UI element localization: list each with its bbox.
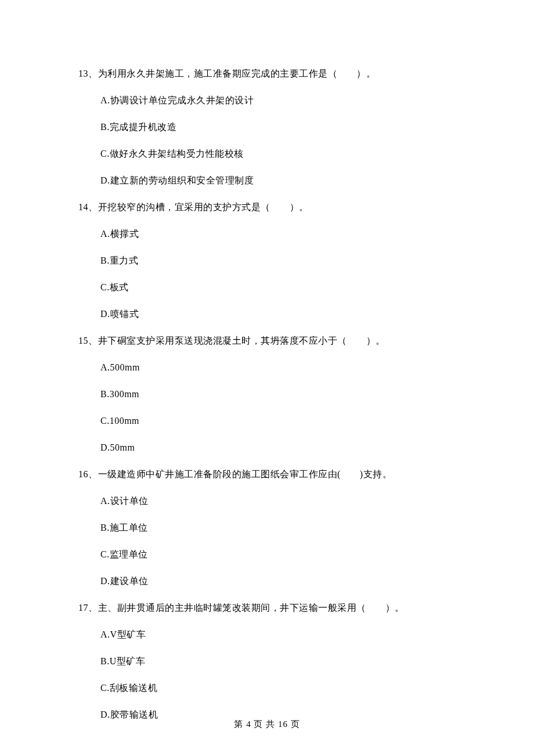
question-number: 16、 <box>78 469 98 479</box>
question-stem: 17、主、副井贯通后的主井临时罐笼改装期间，井下运输一般采用（ ）。 <box>78 601 456 615</box>
question-number: 15、 <box>78 336 98 345</box>
option-b: B.重力式 <box>100 254 456 268</box>
option-c: C.监理单位 <box>100 548 456 561</box>
option-c: C.板式 <box>100 280 456 294</box>
question-text: 一级建造师中矿井施工准备阶段的施工图纸会审工作应由( )支持。 <box>98 469 392 479</box>
option-d: D.喷锚式 <box>100 307 456 321</box>
options-list: A.V型矿车 B.U型矿车 C.刮板输送机 D.胶带输送机 <box>78 628 456 722</box>
option-c: C.刮板输送机 <box>100 681 456 695</box>
question-14: 14、开挖较窄的沟槽，宜采用的支护方式是（ ）。 A.横撑式 B.重力式 C.板… <box>78 200 456 321</box>
options-list: A.500mm B.300mm C.100mm D.50mm <box>78 361 456 455</box>
option-a: A.V型矿车 <box>100 628 456 642</box>
option-b: B.300mm <box>100 387 456 401</box>
question-stem: 15、井下硐室支护采用泵送现浇混凝土时，其坍落度不应小于（ ）。 <box>78 334 456 348</box>
question-text: 开挖较窄的沟槽，宜采用的支护方式是（ ）。 <box>98 202 309 212</box>
question-text: 为利用永久井架施工，施工准备期应完成的主要工作是（ ）。 <box>98 69 376 78</box>
question-13: 13、为利用永久井架施工，施工准备期应完成的主要工作是（ ）。 A.协调设计单位… <box>78 67 456 188</box>
option-c: C.做好永久井架结构受力性能校核 <box>100 147 456 161</box>
question-16: 16、一级建造师中矿井施工准备阶段的施工图纸会审工作应由( )支持。 A.设计单… <box>78 467 456 588</box>
page-content: 13、为利用永久井架施工，施工准备期应完成的主要工作是（ ）。 A.协调设计单位… <box>0 0 534 722</box>
option-a: A.协调设计单位完成永久井架的设计 <box>100 93 456 107</box>
option-a: A.横撑式 <box>100 227 456 241</box>
option-b: B.完成提升机改造 <box>100 120 456 134</box>
question-number: 17、 <box>78 603 98 613</box>
option-d: D.建立新的劳动组织和安全管理制度 <box>100 174 456 188</box>
question-text: 井下硐室支护采用泵送现浇混凝土时，其坍落度不应小于（ ）。 <box>98 336 385 345</box>
question-stem: 16、一级建造师中矿井施工准备阶段的施工图纸会审工作应由( )支持。 <box>78 467 456 481</box>
question-stem: 14、开挖较窄的沟槽，宜采用的支护方式是（ ）。 <box>78 200 456 214</box>
option-b: B.施工单位 <box>100 521 456 535</box>
question-stem: 13、为利用永久井架施工，施工准备期应完成的主要工作是（ ）。 <box>78 67 456 81</box>
options-list: A.设计单位 B.施工单位 C.监理单位 D.建设单位 <box>78 494 456 588</box>
question-number: 13、 <box>78 69 98 78</box>
option-d: D.50mm <box>100 441 456 455</box>
options-list: A.横撑式 B.重力式 C.板式 D.喷锚式 <box>78 227 456 321</box>
question-number: 14、 <box>78 202 98 212</box>
page-footer: 第 4 页 共 16 页 <box>0 718 534 731</box>
question-text: 主、副井贯通后的主井临时罐笼改装期间，井下运输一般采用（ ）。 <box>98 603 405 613</box>
option-a: A.设计单位 <box>100 494 456 508</box>
option-c: C.100mm <box>100 414 456 428</box>
option-a: A.500mm <box>100 361 456 375</box>
option-d: D.建设单位 <box>100 574 456 588</box>
options-list: A.协调设计单位完成永久井架的设计 B.完成提升机改造 C.做好永久井架结构受力… <box>78 93 456 188</box>
question-17: 17、主、副井贯通后的主井临时罐笼改装期间，井下运输一般采用（ ）。 A.V型矿… <box>78 601 456 722</box>
option-b: B.U型矿车 <box>100 654 456 668</box>
question-15: 15、井下硐室支护采用泵送现浇混凝土时，其坍落度不应小于（ ）。 A.500mm… <box>78 334 456 455</box>
